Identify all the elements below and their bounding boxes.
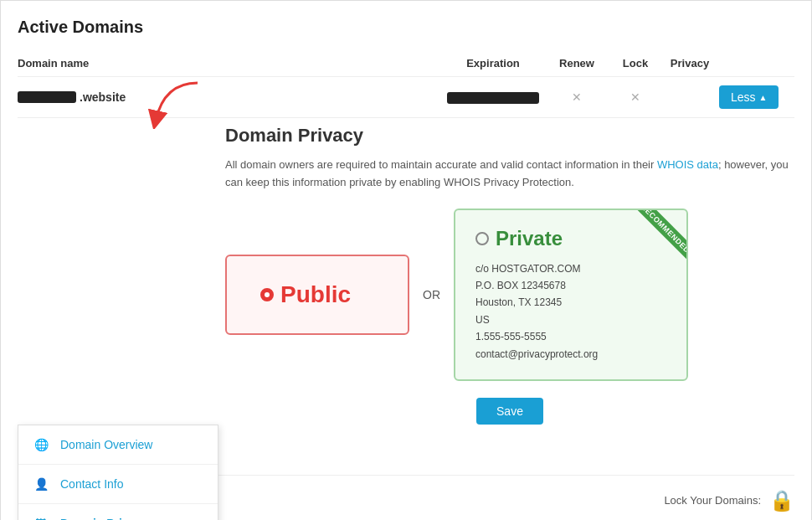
private-info-line3: Houston, TX 12345 [475,294,666,311]
whois-link[interactable]: WHOIS data [657,158,718,171]
private-info-line4: US [475,311,666,328]
header-privacy: Privacy [660,57,719,70]
save-button[interactable]: Save [476,398,543,425]
privacy-options: Public OR RECOMMENDED Private c/o HOSTGA… [225,209,794,381]
domain-name: .website [18,90,443,104]
private-info-line2: P.O. BOX 12345678 [475,277,666,294]
lock-domains-icon[interactable]: 🔒 [769,489,794,512]
public-radio[interactable] [260,288,274,301]
domain-renew: ✕ [543,90,610,105]
sidebar-label-domain-privacy: Domain Privacy [60,517,148,520]
sidebar-item-domain-privacy[interactable]: 🛡 Domain Privacy [18,504,218,520]
user-icon: 👤 [32,475,50,493]
domain-expiration [443,90,543,105]
expiration-redacted [447,92,539,104]
section-title: Domain Privacy [225,125,794,147]
section-description: All domain owners are required to mainta… [225,157,794,192]
private-label: Private [475,227,666,250]
public-label-text: Public [280,281,351,308]
desc-part1: All domain owners are required to mainta… [225,158,657,171]
page-title: Active Domains [18,18,794,37]
header-domain: Domain name [18,57,443,70]
private-info-line6: contact@privacyprotect.org [475,346,666,363]
sidebar-item-contact-info[interactable]: 👤 Contact Info [18,465,218,504]
private-label-text: Private [496,227,563,250]
private-info: c/o HOSTGATOR.COM P.O. BOX 12345678 Hous… [475,260,666,363]
or-divider: OR [409,288,454,301]
dropdown-panel: 🌐 Domain Overview 👤 Contact Info 🛡 Domai… [18,425,218,520]
sidebar-item-domain-overview[interactable]: 🌐 Domain Overview [18,425,218,465]
private-radio[interactable] [475,232,489,245]
less-label: Less [731,90,756,104]
public-option[interactable]: Public [225,255,409,335]
chevron-up-icon: ▲ [759,93,768,102]
less-button-col: Less ▲ [719,85,794,109]
header-expiration: Expiration [443,57,543,70]
public-label: Public [260,281,351,308]
header-renew: Renew [543,57,610,70]
less-button[interactable]: Less ▲ [719,85,779,109]
private-info-line5: 1.555-555-5555 [475,328,666,345]
private-option[interactable]: RECOMMENDED Private c/o HOSTGATOR.COM P.… [454,209,688,381]
shield-icon: 🛡 [32,514,50,520]
sidebar-label-domain-overview: Domain Overview [60,438,152,451]
lock-domains-label: Lock Your Domains: [664,494,761,507]
domain-suffix: .website [80,90,126,104]
lock-x-icon[interactable]: ✕ [630,90,640,104]
renew-x-icon[interactable]: ✕ [572,90,582,104]
private-info-line1: c/o HOSTGATOR.COM [475,260,666,277]
domain-lock: ✕ [610,90,660,105]
sidebar-label-contact-info: Contact Info [60,477,124,491]
domain-row: .website ✕ ✕ Less ▲ [18,77,794,118]
domain-redacted [18,91,76,103]
globe-icon: 🌐 [32,435,50,454]
header-lock: Lock [610,57,660,70]
